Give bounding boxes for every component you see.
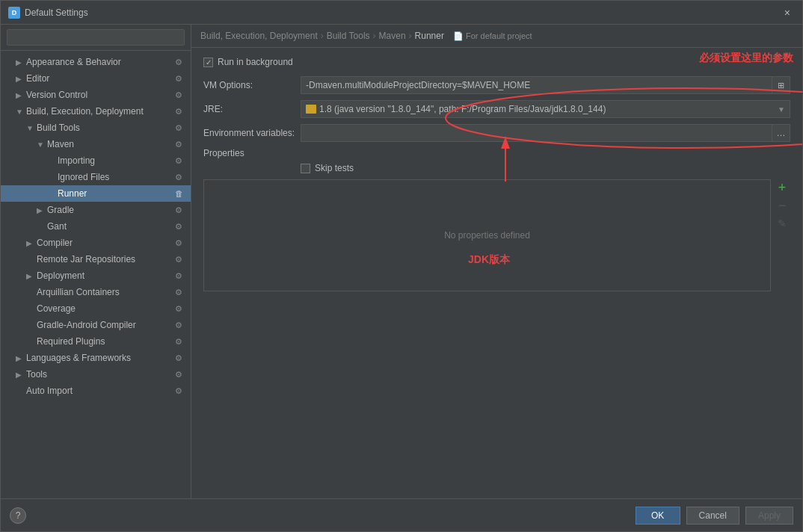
settings-icon: ⚙ bbox=[173, 220, 185, 232]
env-vars-row: Environment variables: … bbox=[203, 124, 790, 142]
sidebar-item-compiler[interactable]: ▶ Compiler ⚙ bbox=[1, 235, 191, 251]
folder-icon: 📄 bbox=[453, 31, 464, 41]
sidebar-item-tools[interactable]: ▶ Tools ⚙ bbox=[1, 366, 191, 383]
help-button[interactable]: ? bbox=[10, 507, 26, 524]
settings-icon: ⚙ bbox=[173, 319, 185, 331]
breadcrumb-sep: › bbox=[321, 31, 324, 41]
add-property-button[interactable]: + bbox=[774, 179, 790, 196]
sidebar-item-label: Compiler bbox=[37, 238, 173, 248]
settings-icon: ⚙ bbox=[173, 270, 185, 282]
vm-options-input[interactable] bbox=[301, 76, 772, 94]
run-in-background-checkbox[interactable]: ✓ bbox=[203, 58, 213, 67]
folder-icon bbox=[306, 105, 316, 114]
properties-table-row: No properties defined + − ✎ bbox=[203, 179, 790, 291]
settings-icon: ⚙ bbox=[173, 72, 185, 84]
sidebar-item-arquillian[interactable]: Arquillian Containers ⚙ bbox=[1, 284, 191, 300]
settings-icon: ⚙ bbox=[173, 204, 185, 216]
settings-icon: ⚙ bbox=[173, 335, 185, 347]
sidebar-item-label: Arquillian Containers bbox=[37, 287, 173, 297]
arrow-icon: ▶ bbox=[26, 239, 37, 247]
dialog-title: Default Settings bbox=[25, 7, 88, 18]
settings-icon: ⚙ bbox=[173, 155, 185, 167]
search-box bbox=[1, 25, 191, 51]
sidebar-item-gradle-android[interactable]: Gradle-Android Compiler ⚙ bbox=[1, 317, 191, 333]
run-in-background-label: Run in background bbox=[218, 57, 293, 67]
search-input[interactable] bbox=[7, 29, 185, 46]
settings-icon: ⚙ bbox=[173, 138, 185, 150]
sidebar-item-runner[interactable]: Runner 🗑 bbox=[1, 185, 191, 202]
no-properties-text: No properties defined bbox=[444, 230, 530, 241]
sidebar-item-gradle[interactable]: ▶ Gradle ⚙ bbox=[1, 202, 191, 218]
bottom-bar: ? OK Cancel Apply bbox=[1, 498, 802, 531]
delete-icon: 🗑 bbox=[173, 188, 185, 200]
env-vars-expand-button[interactable]: … bbox=[772, 124, 790, 142]
sidebar-item-version-control[interactable]: ▶ Version Control ⚙ bbox=[1, 87, 191, 103]
sidebar-item-required-plugins[interactable]: Required Plugins ⚙ bbox=[1, 333, 191, 350]
close-button[interactable]: × bbox=[780, 5, 795, 20]
sidebar-item-coverage[interactable]: Coverage ⚙ bbox=[1, 300, 191, 317]
sidebar-item-remote-jar[interactable]: Remote Jar Repositories ⚙ bbox=[1, 251, 191, 267]
title-bar-left: D Default Settings bbox=[8, 7, 88, 19]
sidebar-item-label: Deployment bbox=[37, 270, 173, 281]
sidebar-item-editor[interactable]: ▶ Editor ⚙ bbox=[1, 70, 191, 87]
sidebar-item-auto-import[interactable]: Auto Import ⚙ bbox=[1, 383, 191, 399]
bottom-right: OK Cancel Apply bbox=[636, 507, 793, 525]
dialog-icon: D bbox=[8, 7, 20, 19]
breadcrumb-current: Runner bbox=[415, 31, 444, 41]
right-panel: Build, Execution, Deployment › Build Too… bbox=[191, 25, 802, 498]
sidebar-item-label: Build, Execution, Deployment bbox=[26, 106, 173, 117]
arrow-icon: ▼ bbox=[26, 124, 37, 132]
skip-tests-checkbox[interactable] bbox=[301, 164, 310, 173]
settings-icon: ⚙ bbox=[173, 56, 185, 68]
vm-options-expand-button[interactable]: ⊞ bbox=[772, 76, 790, 94]
main-content: ▶ Appearance & Behavior ⚙ ▶ Editor ⚙ ▶ V… bbox=[1, 25, 802, 498]
arrow-icon: ▼ bbox=[37, 140, 47, 149]
edit-property-button[interactable]: ✎ bbox=[774, 215, 790, 232]
jre-row: JRE: 1.8 (java version "1.8.0_144", path… bbox=[203, 100, 790, 118]
sidebar-item-label: Gant bbox=[47, 221, 173, 232]
sidebar-item-appearance[interactable]: ▶ Appearance & Behavior ⚙ bbox=[1, 54, 191, 70]
sidebar-item-gant[interactable]: Gant ⚙ bbox=[1, 218, 191, 235]
settings-icon: ⚙ bbox=[173, 303, 185, 315]
sidebar-item-label: Runner bbox=[58, 188, 173, 199]
arrow-icon: ▶ bbox=[26, 272, 37, 280]
properties-section: Properties Skip tests No properties defi… bbox=[203, 148, 790, 291]
cancel-button[interactable]: Cancel bbox=[686, 507, 739, 525]
breadcrumb-sep: › bbox=[373, 31, 376, 41]
sidebar-item-deployment[interactable]: ▶ Deployment ⚙ bbox=[1, 267, 191, 284]
settings-icon: ⚙ bbox=[173, 352, 185, 364]
bottom-left: ? bbox=[10, 507, 26, 524]
sidebar-item-importing[interactable]: Importing ⚙ bbox=[1, 152, 191, 169]
arrow-icon: ▶ bbox=[16, 371, 26, 379]
arrow-icon: ▶ bbox=[16, 75, 26, 83]
jre-label: JRE: bbox=[203, 104, 301, 114]
sidebar-item-label: Ignored Files bbox=[58, 172, 173, 182]
for-default-label: 📄 For default project bbox=[453, 31, 532, 41]
settings-icon: ⚙ bbox=[173, 368, 185, 380]
skip-tests-label: Skip tests bbox=[315, 163, 354, 173]
breadcrumb-part: Build, Execution, Deployment bbox=[200, 31, 318, 41]
apply-button[interactable]: Apply bbox=[745, 507, 793, 525]
sidebar-item-build-tools[interactable]: ▼ Build Tools ⚙ bbox=[1, 120, 191, 136]
sidebar-item-label: Coverage bbox=[37, 303, 173, 314]
ok-button[interactable]: OK bbox=[636, 507, 680, 525]
env-vars-input[interactable] bbox=[301, 124, 772, 142]
breadcrumb-part: Build Tools bbox=[327, 31, 370, 41]
sidebar-item-languages[interactable]: ▶ Languages & Frameworks ⚙ bbox=[1, 350, 191, 366]
breadcrumb-sep: › bbox=[409, 31, 412, 41]
sidebar-item-ignored-files[interactable]: Ignored Files ⚙ bbox=[1, 169, 191, 185]
sidebar-item-maven[interactable]: ▼ Maven ⚙ bbox=[1, 136, 191, 152]
jre-select[interactable]: 1.8 (java version "1.8.0_144", path: F:/… bbox=[301, 100, 790, 118]
sidebar-item-label: Gradle bbox=[47, 205, 173, 215]
skip-tests-row: Skip tests bbox=[203, 163, 790, 173]
sidebar-item-label: Tools bbox=[26, 369, 173, 380]
properties-label: Properties bbox=[203, 148, 790, 158]
sidebar-tree: ▶ Appearance & Behavior ⚙ ▶ Editor ⚙ ▶ V… bbox=[1, 51, 191, 498]
remove-property-button[interactable]: − bbox=[774, 197, 790, 214]
vm-options-label: VM Options: bbox=[203, 80, 301, 90]
arrow-icon: ▶ bbox=[16, 58, 26, 66]
sidebar: ▶ Appearance & Behavior ⚙ ▶ Editor ⚙ ▶ V… bbox=[1, 25, 191, 498]
properties-actions: + − ✎ bbox=[774, 179, 790, 232]
sidebar-item-build-execution[interactable]: ▼ Build, Execution, Deployment ⚙ bbox=[1, 103, 191, 120]
jre-text: 1.8 (java version "1.8.0_144", path: F:/… bbox=[319, 104, 606, 114]
